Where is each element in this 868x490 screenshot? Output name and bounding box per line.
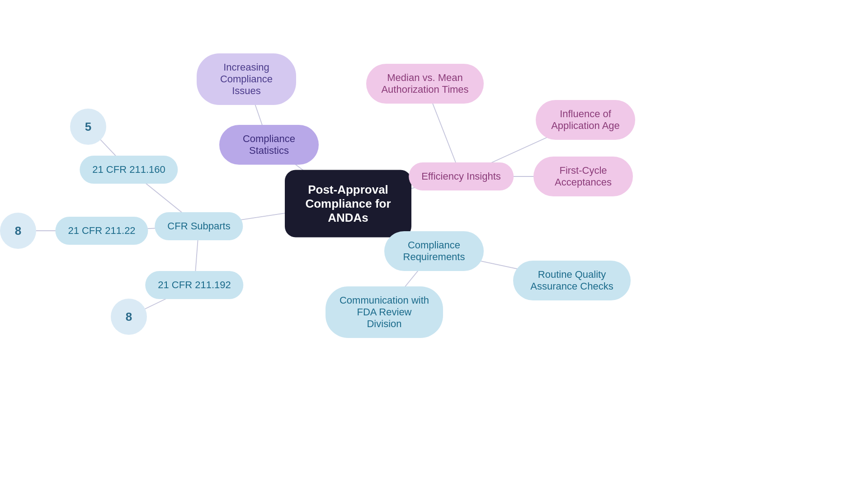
communication-fda-node: Communication with FDA Review Division [326,286,443,338]
cfr-211-160-node: 21 CFR 211.160 [80,156,178,184]
center-node: Post-Approval Compliance for ANDAs [285,170,411,238]
num-8-left-node: 8 [0,213,36,249]
num-8-bottom-node: 8 [111,299,147,335]
compliance-requirements-node: Compliance Requirements [384,231,484,271]
influence-age-node: Influence of Application Age [536,100,635,140]
median-mean-node: Median vs. Mean Authorization Times [366,64,484,104]
first-cycle-node: First-Cycle Acceptances [533,157,633,196]
cfr-211-22-node: 21 CFR 211.22 [55,217,148,245]
efficiency-insights-node: Efficiency Insights [409,162,514,190]
mind-map-container: Post-Approval Compliance for ANDAs Compl… [0,0,868,490]
cfr-subparts-node: CFR Subparts [155,212,243,240]
compliance-statistics-node: Compliance Statistics [219,125,319,165]
num-5-node: 5 [70,109,106,145]
cfr-211-192-node: 21 CFR 211.192 [145,271,243,299]
increasing-compliance-node: Increasing Compliance Issues [197,53,296,105]
routine-qa-node: Routine Quality Assurance Checks [513,261,631,300]
